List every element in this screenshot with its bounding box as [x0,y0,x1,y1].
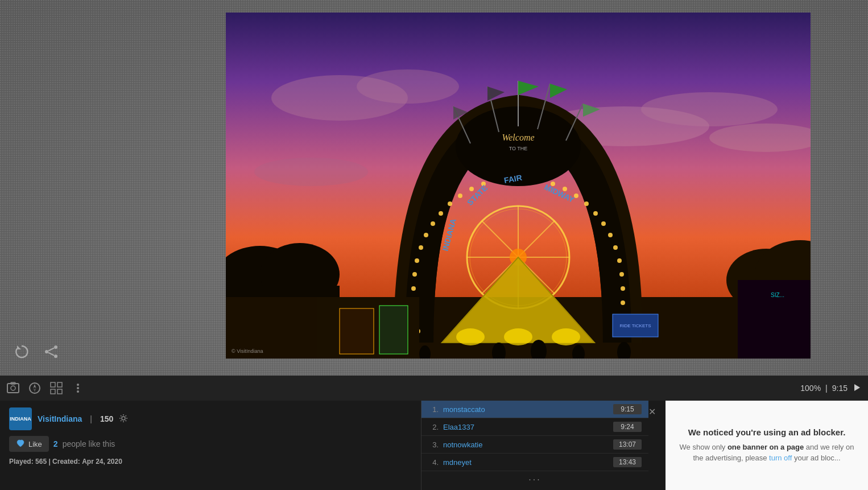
playlist-item-2[interactable]: 2. Elaa1337 9:24 [421,418,648,436]
svg-text:RIDE TICKETS: RIDE TICKETS [620,323,651,328]
playlist-user-4[interactable]: mdneyet [443,458,609,467]
main-image: Welcome TO THE INDIANA STATE FAIR MIDWAY… [226,13,811,359]
svg-rect-111 [57,389,62,394]
svg-point-38 [601,221,606,226]
svg-point-39 [608,233,613,237]
svg-point-7 [254,158,368,186]
svg-point-24 [448,201,452,206]
playlist-number-2: 2. [428,423,439,431]
channel-avatar[interactable]: INDIANA [9,407,32,430]
svg-point-21 [424,233,428,237]
more-menu-icon[interactable] [72,382,84,394]
playlist-number-4: 4. [428,458,439,467]
playlist-more[interactable]: ··· [421,471,648,488]
ad-blocker-text-suffix: your ad bloc... [792,454,840,462]
like-count[interactable]: 2 [53,439,58,448]
svg-point-2 [357,69,459,104]
svg-text:Welcome: Welcome [502,133,534,142]
svg-text:TO THE: TO THE [509,146,528,151]
ad-blocker-turn-off-link[interactable]: turn off [769,454,792,462]
like-button[interactable]: Like [9,436,49,452]
svg-point-103 [11,386,15,390]
compass-icon[interactable] [28,382,41,394]
channel-settings-icon[interactable] [119,414,128,425]
playlist-user-1[interactable]: monstaccato [443,405,609,414]
playlist-user-2[interactable]: Elaa1337 [443,423,609,431]
playlist-item-4[interactable]: 4. mdneyet 13:43 [421,454,648,471]
svg-point-41 [617,258,622,263]
playlist-time-2: 9:24 [613,422,642,432]
svg-point-44 [621,300,625,305]
played-info: Played: 565 | Created: Apr 24, 2020 [9,458,412,466]
play-icon[interactable] [852,383,861,394]
svg-point-40 [613,245,618,250]
played-label: Played: [9,458,34,466]
channel-info-panel: INDIANA VisitIndiana | 150 Like 2 people… [0,401,421,490]
playlist-user-3[interactable]: notnowkatie [443,440,609,449]
like-button-label: Like [28,440,42,448]
playlist-number-1: 1. [428,405,439,414]
svg-point-114 [77,390,79,393]
channel-name-link[interactable]: VisitIndiana [38,414,82,423]
progress-value: 100% [800,384,821,393]
left-controls [11,341,61,362]
progress-separator: | [825,384,828,393]
svg-point-113 [77,387,79,389]
channel-separator: | [90,414,92,423]
main-image-wrapper: Welcome TO THE INDIANA STATE FAIR MIDWAY… [226,13,811,359]
svg-rect-68 [340,308,374,354]
bottom-toolbar: 100% | 9:15 [0,376,868,401]
svg-rect-102 [7,384,19,393]
svg-point-19 [415,258,419,263]
svg-point-98 [54,345,57,349]
playlist-item-1[interactable]: 1. monstaccato 9:15 [421,401,648,418]
svg-rect-108 [51,382,55,387]
svg-point-23 [439,211,443,216]
share-button[interactable] [41,341,61,362]
playlist-time-1: 9:15 [613,404,642,414]
people-like-text: people like this [63,439,115,448]
svg-marker-107 [34,388,36,392]
playlist-close-button[interactable]: ✕ [648,406,656,417]
svg-point-37 [593,211,598,216]
svg-point-26 [469,187,474,191]
photo-icon[interactable] [7,382,19,394]
svg-point-42 [619,272,624,277]
grid-icon[interactable] [50,382,63,394]
like-row: Like 2 people like this [9,436,412,452]
svg-point-64 [456,328,485,345]
svg-point-18 [412,272,417,277]
svg-marker-106 [34,384,36,388]
played-count: 565 [35,458,47,466]
created-label: Created: [52,458,80,466]
svg-line-101 [48,353,54,356]
refresh-button[interactable] [11,341,32,362]
svg-marker-96 [17,345,21,349]
svg-text:SIZ...: SIZ... [771,292,784,298]
svg-point-65 [504,328,532,345]
svg-point-36 [584,201,589,206]
svg-rect-110 [51,389,55,394]
svg-line-100 [48,348,54,351]
playlist-time-4: 13:43 [613,457,642,467]
ad-blocker-text: We show only one banner on a page and we… [679,442,854,464]
created-date: Apr 24, 2020 [82,458,122,466]
svg-marker-115 [854,384,860,391]
ad-blocker-text-prefix: We show only [680,443,728,451]
playlist-item-3[interactable]: 3. notnowkatie 13:07 [421,436,648,454]
toolbar-progress: 100% | 9:15 [800,383,861,394]
ad-blocker-bold: one banner on a page [728,443,804,451]
svg-point-66 [552,328,580,345]
playlist-section: 1. monstaccato 9:15 2. Elaa1337 9:24 3. … [421,401,648,490]
ad-blocker-title: We noticed you're using an ad blocker. [679,427,854,437]
svg-point-116 [122,417,125,420]
ad-blocker-notice: We noticed you're using an ad blocker. W… [666,401,868,490]
svg-point-17 [411,286,416,291]
playlist-close-container: ✕ [648,401,666,490]
svg-point-4 [641,92,778,126]
playlist-time-3: 13:07 [613,439,642,450]
svg-point-22 [431,221,435,226]
svg-point-112 [77,384,79,386]
time-display: 9:15 [832,384,848,393]
playlist-number-3: 3. [428,440,439,449]
